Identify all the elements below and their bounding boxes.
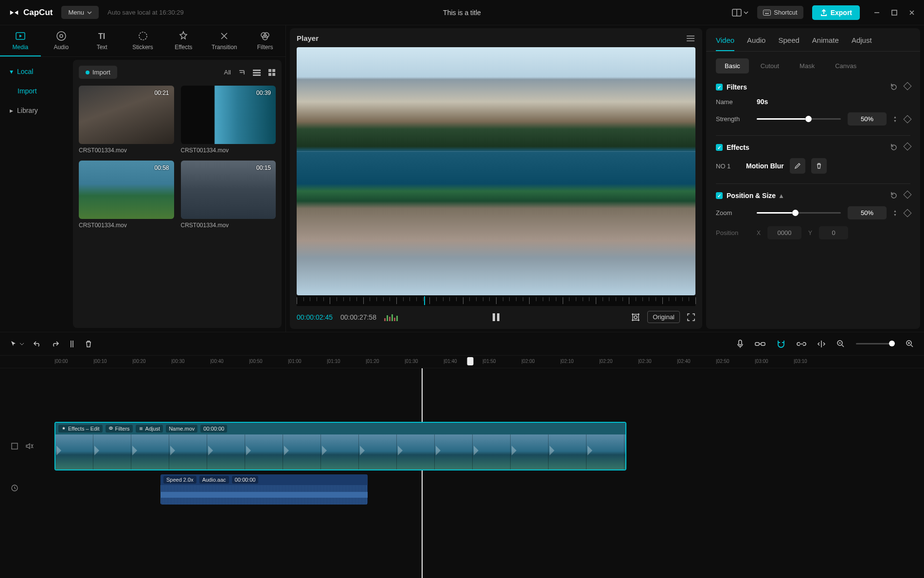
- subtab-cutout[interactable]: Cutout: [752, 58, 788, 73]
- svg-point-11: [60, 35, 63, 37]
- strength-input[interactable]: 50%: [848, 112, 887, 126]
- timeline-zoom-slider[interactable]: [856, 343, 895, 344]
- step-down-icon[interactable]: ▼: [893, 119, 897, 123]
- timeline-ruler[interactable]: |00:00|00:10|00:20|00:30|00:40|00:50|01:…: [0, 356, 924, 368]
- track-mute-icon[interactable]: [25, 442, 34, 450]
- maximize-icon[interactable]: [891, 9, 898, 16]
- keyframe-icon[interactable]: [904, 115, 912, 123]
- chain-icon[interactable]: [797, 341, 806, 347]
- reset-icon[interactable]: [890, 192, 898, 199]
- chevron-up-icon[interactable]: ▴: [780, 192, 783, 199]
- svg-rect-19: [253, 74, 261, 76]
- subtab-mask[interactable]: Mask: [791, 58, 823, 73]
- subtab-basic[interactable]: Basic: [716, 58, 749, 73]
- reset-icon[interactable]: [890, 83, 898, 91]
- audio-clip[interactable]: Speed 2.0x Audio.aac 00:00:00: [160, 474, 368, 505]
- zoom-out-icon[interactable]: [836, 340, 845, 348]
- link-icon[interactable]: [755, 341, 765, 347]
- import-button[interactable]: Import: [79, 66, 117, 79]
- clip-tag-effects[interactable]: Effects – Edit: [58, 425, 103, 433]
- list-view-icon[interactable]: [252, 69, 261, 76]
- original-button[interactable]: Original: [647, 311, 680, 323]
- delete-effect-button[interactable]: [811, 158, 827, 174]
- track-clock-icon[interactable]: [11, 484, 18, 492]
- right-tabs: Video Audio Speed Animate Adjust: [706, 28, 920, 52]
- tab-video[interactable]: Video: [716, 36, 734, 51]
- keyframe-icon[interactable]: [904, 143, 912, 151]
- timeline-body[interactable]: Effects – Edit Filters Adjust Name.mov 0…: [0, 368, 924, 578]
- minimize-icon[interactable]: [873, 9, 880, 16]
- zoom-slider[interactable]: [757, 212, 841, 214]
- fullscreen-icon[interactable]: [687, 313, 695, 322]
- position-x-input[interactable]: 0000: [767, 226, 801, 239]
- position-checkbox[interactable]: [716, 192, 723, 199]
- player-ruler[interactable]: [297, 295, 695, 306]
- sort-icon[interactable]: [238, 69, 246, 76]
- delete-button[interactable]: [85, 340, 92, 348]
- timeline-toolbar: [0, 332, 924, 356]
- sidebar-item-import[interactable]: Import: [0, 81, 73, 101]
- track-settings-icon[interactable]: [11, 442, 18, 450]
- grid-view-icon[interactable]: [268, 69, 276, 76]
- undo-button[interactable]: [33, 340, 42, 348]
- pause-button[interactable]: [492, 312, 500, 322]
- sidebar-item-local[interactable]: ▾Local: [0, 62, 73, 81]
- media-item[interactable]: 00:58CRST001334.mov: [79, 161, 174, 229]
- player-menu-icon[interactable]: [686, 35, 695, 42]
- svg-rect-17: [253, 70, 261, 71]
- media-item[interactable]: 00:39CRST001334.mov: [181, 86, 276, 154]
- tab-audio[interactable]: Audio: [41, 25, 82, 56]
- video-track[interactable]: Effects – Edit Filters Adjust Name.mov 0…: [49, 422, 924, 470]
- audio-track[interactable]: Speed 2.0x Audio.aac 00:00:00: [49, 474, 924, 505]
- close-icon[interactable]: [908, 9, 915, 16]
- magnet-icon[interactable]: [776, 340, 786, 348]
- menu-button[interactable]: Menu: [61, 6, 99, 19]
- tab-transition[interactable]: Transition: [204, 25, 245, 56]
- step-up-icon[interactable]: ▲: [893, 115, 897, 119]
- mic-icon[interactable]: [736, 339, 744, 349]
- tab-animate[interactable]: Animate: [812, 36, 839, 51]
- tab-speed[interactable]: Speed: [778, 36, 799, 51]
- audio-levels-icon[interactable]: [384, 313, 398, 321]
- subtab-canvas[interactable]: Canvas: [826, 58, 865, 73]
- split-button[interactable]: [68, 340, 76, 348]
- reset-icon[interactable]: [890, 144, 898, 151]
- filter-all-label[interactable]: All: [224, 69, 231, 76]
- align-icon[interactable]: [817, 340, 826, 348]
- tab-adjust[interactable]: Adjust: [852, 36, 872, 51]
- video-clip[interactable]: Effects – Edit Filters Adjust Name.mov 0…: [54, 422, 626, 470]
- strength-slider[interactable]: [757, 118, 841, 120]
- tab-media[interactable]: Media: [0, 25, 41, 56]
- keyframe-icon[interactable]: [904, 82, 912, 90]
- keyframe-icon[interactable]: [904, 191, 912, 199]
- tab-audio-right[interactable]: Audio: [747, 36, 765, 51]
- keyframe-icon[interactable]: [904, 209, 912, 217]
- media-item[interactable]: 00:21CRST001334.mov: [79, 86, 174, 154]
- zoom-in-icon[interactable]: [906, 340, 914, 348]
- shortcut-button[interactable]: Shortcut: [757, 6, 803, 19]
- filters-checkbox[interactable]: [716, 84, 723, 90]
- export-button[interactable]: Export: [812, 5, 860, 20]
- tab-filters[interactable]: Filters: [245, 25, 285, 56]
- tab-text[interactable]: TIText: [82, 25, 123, 56]
- edit-effect-button[interactable]: [790, 158, 805, 174]
- crop-icon[interactable]: [631, 312, 640, 322]
- zoom-input[interactable]: 50%: [848, 206, 887, 219]
- position-y-input[interactable]: 0: [819, 226, 848, 239]
- effects-checkbox[interactable]: [716, 144, 723, 151]
- select-tool[interactable]: [10, 340, 24, 348]
- clip-tag-filters[interactable]: Filters: [106, 425, 133, 433]
- tab-stickers[interactable]: Stickers: [123, 25, 163, 56]
- export-icon: [820, 9, 828, 17]
- redo-button[interactable]: [51, 340, 59, 348]
- playhead[interactable]: [422, 368, 423, 578]
- clip-tag-adjust[interactable]: Adjust: [136, 425, 163, 433]
- layout-icon[interactable]: [732, 9, 748, 17]
- video-preview[interactable]: [297, 47, 695, 295]
- tab-effects[interactable]: Effects: [163, 25, 204, 56]
- media-item[interactable]: 00:15CRST001334.mov: [181, 161, 276, 229]
- sidebar-item-library[interactable]: ▸Library: [0, 101, 73, 120]
- step-up-icon[interactable]: ▲: [893, 209, 897, 213]
- project-title[interactable]: This is a title: [443, 9, 481, 17]
- step-down-icon[interactable]: ▼: [893, 213, 897, 217]
